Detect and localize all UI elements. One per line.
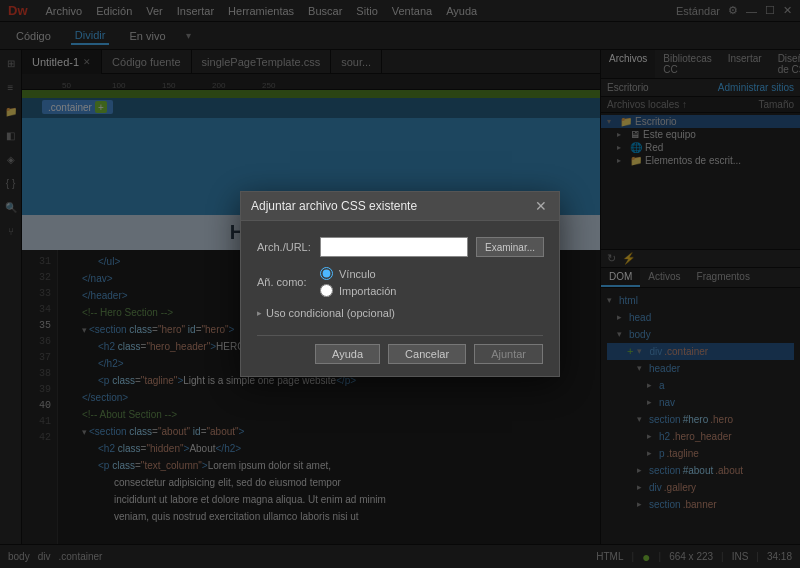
modal-radio-group: Vínculo Importación (320, 267, 396, 297)
expander-arrow-icon: ▸ (257, 308, 262, 318)
modal-browse-button[interactable]: Examinar... (476, 237, 544, 257)
modal-radio-import-row: Importación (320, 284, 396, 297)
modal-radio-import[interactable] (320, 284, 333, 297)
attach-css-modal: Adjuntar archivo CSS existente ✕ Arch./U… (240, 191, 560, 377)
modal-url-input[interactable] (320, 237, 468, 257)
modal-title: Adjuntar archivo CSS existente (251, 199, 417, 213)
modal-as-label: Añ. como: (257, 276, 312, 288)
modal-radio-link-row: Vínculo (320, 267, 396, 280)
modal-help-button[interactable]: Ayuda (315, 344, 380, 364)
modal-radio-import-label: Importación (339, 285, 396, 297)
modal-url-label: Arch./URL: (257, 241, 312, 253)
modal-overlay: Adjuntar archivo CSS existente ✕ Arch./U… (0, 0, 800, 568)
modal-radio-link-label: Vínculo (339, 268, 376, 280)
modal-radio-link[interactable] (320, 267, 333, 280)
modal-body: Arch./URL: Examinar... Añ. como: Vínculo… (241, 221, 559, 376)
modal-expander[interactable]: ▸ Uso condicional (opcional) (257, 307, 543, 319)
modal-url-row: Arch./URL: Examinar... (257, 237, 543, 257)
modal-buttons: Ayuda Cancelar Ajuntar (257, 335, 543, 364)
modal-cancel-button[interactable]: Cancelar (388, 344, 466, 364)
modal-conditional-label: Uso condicional (opcional) (266, 307, 395, 319)
modal-close-button[interactable]: ✕ (533, 198, 549, 214)
modal-ok-button[interactable]: Ajuntar (474, 344, 543, 364)
modal-as-row: Añ. como: Vínculo Importación (257, 267, 543, 297)
modal-title-bar: Adjuntar archivo CSS existente ✕ (241, 192, 559, 221)
